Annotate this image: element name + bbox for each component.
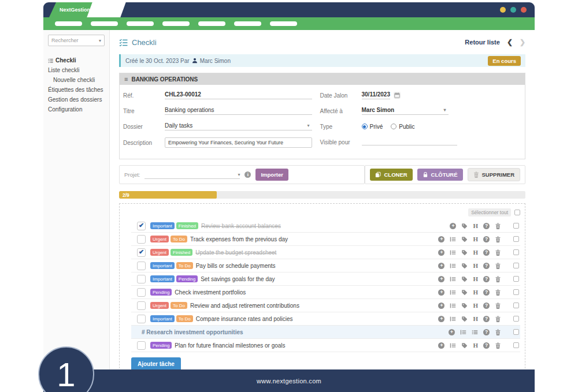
heading-icon[interactable]: H: [473, 342, 478, 349]
add-subtask-icon[interactable]: +: [438, 263, 444, 269]
heading-icon[interactable]: H: [473, 263, 478, 269]
radio-prive[interactable]: Privé: [362, 124, 383, 130]
help-icon[interactable]: ?: [483, 289, 490, 296]
help-icon[interactable]: ?: [483, 236, 490, 242]
subtask-list-icon[interactable]: [450, 316, 456, 322]
date-jalon-field[interactable]: 30/11/2023: [362, 91, 391, 99]
sidebar-item-checkli[interactable]: Checkli: [48, 55, 105, 65]
add-subtask-icon[interactable]: +: [438, 276, 444, 282]
subtask-list-icon[interactable]: [450, 303, 456, 309]
nav-item-pill[interactable]: [198, 21, 225, 26]
tag-icon[interactable]: [461, 223, 468, 229]
row-select-checkbox[interactable]: [513, 316, 519, 322]
add-subtask-icon[interactable]: +: [438, 342, 444, 349]
trash-icon[interactable]: [495, 289, 501, 296]
sidebar-item-etiquettes[interactable]: Étiquettes des tâches: [48, 85, 105, 95]
task-checkbox[interactable]: [137, 248, 146, 257]
subtask-list-icon[interactable]: [450, 342, 456, 349]
titre-field[interactable]: Banking operations: [165, 107, 312, 115]
heading-icon[interactable]: H: [473, 236, 478, 242]
heading-icon[interactable]: H: [473, 276, 478, 282]
row-select-checkbox[interactable]: [513, 249, 519, 255]
trash-icon[interactable]: [495, 276, 501, 282]
subtask-list-icon[interactable]: [450, 236, 456, 242]
row-select-checkbox[interactable]: [513, 236, 519, 242]
tag-icon[interactable]: [461, 316, 468, 322]
tag-icon[interactable]: [461, 249, 468, 256]
nav-item-pill[interactable]: [127, 21, 154, 26]
task-checkbox[interactable]: [137, 341, 146, 350]
add-subtask-icon[interactable]: +: [438, 289, 444, 296]
add-subtask-icon[interactable]: +: [438, 236, 444, 242]
help-icon[interactable]: ?: [483, 249, 490, 256]
trash-icon[interactable]: [495, 303, 501, 309]
row-select-checkbox[interactable]: [513, 329, 519, 335]
add-subtask-icon[interactable]: +: [438, 316, 444, 322]
secondary-tab[interactable]: [87, 2, 125, 17]
tag-icon[interactable]: [461, 276, 468, 282]
back-to-list-link[interactable]: Retour liste: [465, 39, 500, 46]
trash-icon[interactable]: [495, 223, 501, 229]
window-dot-teal-icon[interactable]: [510, 7, 516, 13]
subtask-list-icon[interactable]: [460, 329, 466, 335]
nav-item-pill[interactable]: [91, 21, 118, 26]
window-dot-yellow-icon[interactable]: [500, 7, 506, 13]
dossier-select[interactable]: Daily tasks ▾: [165, 122, 312, 130]
select-all-checkbox[interactable]: [514, 210, 520, 215]
section-header[interactable]: ≡ BANKING OPERATIONS: [120, 73, 525, 85]
help-icon[interactable]: ?: [483, 316, 490, 322]
cloner-button[interactable]: CLONER: [370, 169, 412, 181]
chevron-left-icon[interactable]: ❮: [507, 38, 513, 46]
trash-icon[interactable]: [495, 342, 501, 349]
help-icon[interactable]: ?: [483, 303, 490, 309]
row-select-checkbox[interactable]: [513, 342, 519, 348]
description-field[interactable]: Empowering Your Finances, Securing Your …: [165, 137, 312, 148]
task-checkbox[interactable]: [137, 315, 146, 323]
task-checkbox[interactable]: [137, 222, 146, 230]
task-checkbox[interactable]: [137, 288, 146, 297]
heading-icon[interactable]: H: [473, 289, 478, 296]
nav-item-pill[interactable]: [162, 21, 190, 26]
help-icon[interactable]: ?: [483, 223, 490, 229]
trash-icon[interactable]: [495, 249, 501, 256]
window-dot-red-icon[interactable]: [521, 7, 527, 13]
checklist-icon[interactable]: [472, 329, 478, 335]
cloture-button[interactable]: CLÔTURÉ: [417, 169, 463, 181]
help-icon[interactable]: ?: [483, 329, 490, 335]
trash-icon[interactable]: [495, 329, 501, 335]
task-group-row[interactable]: # Research investment opportunities + ?: [131, 326, 520, 339]
task-checkbox[interactable]: [137, 262, 146, 270]
add-task-button[interactable]: Ajouter tâche: [131, 357, 181, 369]
task-checkbox[interactable]: [137, 235, 146, 244]
subtask-list-icon[interactable]: [450, 249, 456, 256]
heading-icon[interactable]: H: [473, 223, 478, 229]
heading-icon[interactable]: H: [473, 249, 478, 256]
trash-icon[interactable]: [495, 263, 501, 269]
subtask-list-icon[interactable]: [450, 276, 456, 282]
radio-public[interactable]: Public: [391, 124, 414, 130]
nav-item-pill[interactable]: [270, 21, 297, 26]
projet-select[interactable]: ▾: [144, 171, 240, 179]
tag-icon[interactable]: [461, 303, 468, 309]
affecte-select[interactable]: Marc Simon ▾: [362, 107, 449, 115]
subtask-list-icon[interactable]: [450, 263, 456, 269]
task-checkbox[interactable]: [137, 275, 146, 283]
trash-icon[interactable]: [495, 236, 501, 242]
subtask-list-icon[interactable]: [450, 289, 456, 296]
add-subtask-icon[interactable]: +: [450, 223, 456, 229]
calendar-icon[interactable]: [394, 92, 401, 99]
nav-item-pill[interactable]: [234, 21, 261, 26]
row-select-checkbox[interactable]: [513, 303, 519, 308]
row-select-checkbox[interactable]: [513, 276, 519, 282]
row-select-checkbox[interactable]: [513, 289, 519, 295]
heading-icon[interactable]: H: [473, 316, 478, 322]
heading-icon[interactable]: H: [473, 303, 478, 309]
add-subtask-icon[interactable]: +: [438, 249, 444, 256]
help-icon[interactable]: ?: [483, 263, 490, 269]
sidebar-item-liste-checkli[interactable]: Liste checkli: [48, 65, 105, 75]
visible-pour-field[interactable]: [362, 139, 457, 145]
help-icon[interactable]: ?: [483, 342, 490, 349]
add-subtask-icon[interactable]: +: [449, 329, 455, 335]
task-checkbox[interactable]: [137, 301, 146, 310]
sidebar-item-gestion-dossiers[interactable]: Gestion des dossiers: [48, 95, 105, 104]
